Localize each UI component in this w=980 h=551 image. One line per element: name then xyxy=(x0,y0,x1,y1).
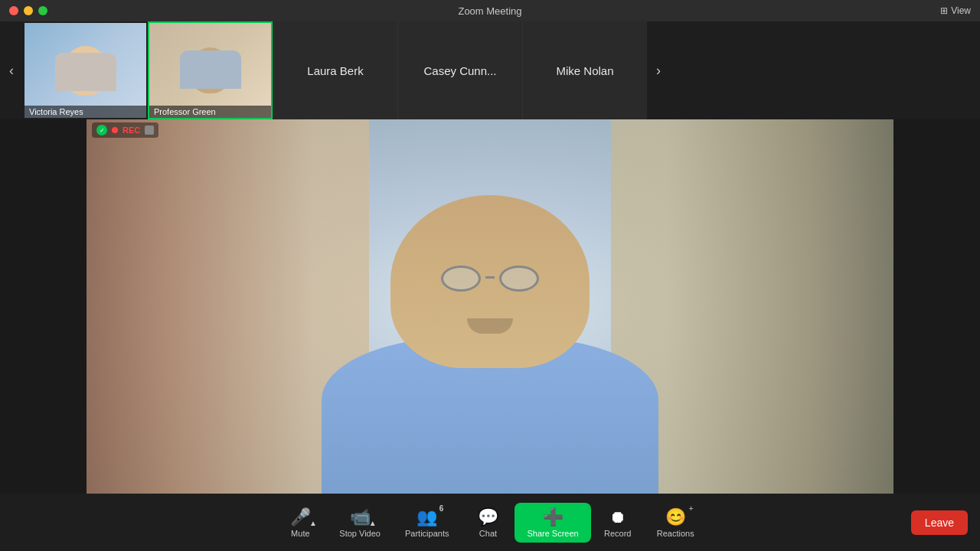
record-button[interactable]: ⏺ Record xyxy=(591,503,645,543)
participant-label-laura: Laura Berk xyxy=(307,64,363,77)
participant-thumb-professor[interactable]: Professor Green xyxy=(148,21,273,119)
stop-recording-button[interactable] xyxy=(145,126,154,135)
record-icon: ⏺ xyxy=(609,507,626,527)
recording-dot xyxy=(112,127,118,133)
mute-label: Mute xyxy=(291,529,309,538)
view-label: View xyxy=(951,5,971,16)
share-screen-button[interactable]: ➕ Share Screen xyxy=(514,503,590,543)
mute-icon: 🎤 ▲ xyxy=(290,507,311,527)
professor-video-figure xyxy=(314,165,666,494)
participant-label-casey: Casey Cunn... xyxy=(423,64,496,77)
view-button[interactable]: ⊞ View xyxy=(940,5,971,16)
recording-label: REC xyxy=(122,126,140,135)
chat-label: Chat xyxy=(479,529,497,538)
window-controls[interactable] xyxy=(9,6,47,15)
participant-cell-casey[interactable]: Casey Cunn... xyxy=(397,21,522,119)
participants-label: Participants xyxy=(405,529,449,538)
reactions-label: Reactions xyxy=(657,529,694,538)
record-label: Record xyxy=(604,529,631,538)
maximize-button[interactable] xyxy=(38,6,47,15)
participants-badge: 6 xyxy=(439,504,444,513)
chat-icon: 💬 xyxy=(478,507,498,527)
participant-label-mike: Mike Nolan xyxy=(556,64,613,77)
toolbar: 🎤 ▲ Mute 📹 ▲ Stop Video 👥 6 Participants… xyxy=(0,494,980,551)
participant-thumb-victoria[interactable]: Victoria Reyes xyxy=(23,21,148,119)
view-icon: ⊞ xyxy=(940,5,948,16)
security-icon: ✓ xyxy=(96,125,107,135)
reactions-button[interactable]: 😊 + Reactions xyxy=(645,503,707,543)
professor-head xyxy=(390,195,590,369)
share-screen-label: Share Screen xyxy=(527,529,578,538)
strip-next-button[interactable]: › xyxy=(647,21,670,119)
participant-cell-mike[interactable]: Mike Nolan xyxy=(522,21,647,119)
participant-video-victoria xyxy=(24,23,146,118)
participant-name-victoria: Victoria Reyes xyxy=(24,106,146,118)
strip-prev-button[interactable]: ‹ xyxy=(0,21,23,119)
mute-button[interactable]: 🎤 ▲ Mute xyxy=(273,503,327,543)
participant-cell-laura[interactable]: Laura Berk xyxy=(273,21,397,119)
stop-video-button[interactable]: 📹 ▲ Stop Video xyxy=(327,503,393,543)
reactions-icon: 😊 + xyxy=(665,507,686,527)
participant-video-professor xyxy=(149,23,271,118)
title-bar: Zoom Meeting ⊞ View xyxy=(0,0,980,21)
share-screen-icon: ➕ xyxy=(543,507,564,527)
participants-icon: 👥 6 xyxy=(416,507,437,527)
close-button[interactable] xyxy=(9,6,18,15)
participants-button[interactable]: 👥 6 Participants xyxy=(393,503,461,543)
minimize-button[interactable] xyxy=(24,6,33,15)
participant-strip: ‹ Victoria Reyes Professor Green Laura B… xyxy=(0,21,980,119)
participant-name-professor: Professor Green xyxy=(149,106,271,118)
chat-button[interactable]: 💬 Chat xyxy=(461,503,514,543)
mute-chevron[interactable]: ▲ xyxy=(309,519,317,527)
main-video xyxy=(87,119,893,494)
leave-button[interactable]: Leave xyxy=(911,510,968,535)
video-chevron[interactable]: ▲ xyxy=(369,519,377,527)
recording-indicator: ✓ REC xyxy=(92,122,158,138)
toolbar-inner: 🎤 ▲ Mute 📹 ▲ Stop Video 👥 6 Participants… xyxy=(0,503,980,543)
window-title: Zoom Meeting xyxy=(458,5,521,17)
video-icon: 📹 ▲ xyxy=(350,507,371,527)
stop-video-label: Stop Video xyxy=(339,529,381,538)
